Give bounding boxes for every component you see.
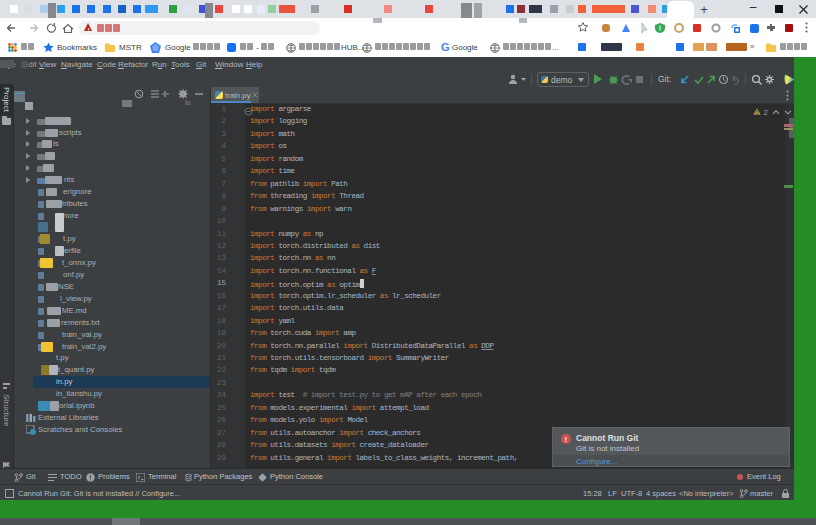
svg-text:2: 2 (764, 108, 768, 117)
